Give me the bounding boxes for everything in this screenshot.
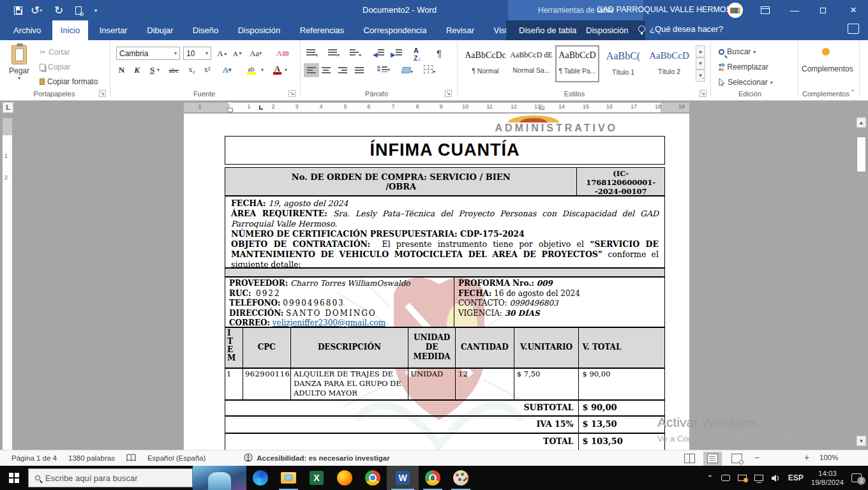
clear-formatting-button[interactable]: A	[276, 47, 289, 60]
start-button[interactable]	[0, 466, 28, 490]
change-case-button[interactable]: Aa▾	[249, 47, 262, 60]
styles-gallery-down-icon[interactable]: ▼	[696, 57, 705, 70]
styles-gallery-up-icon[interactable]: ▲	[696, 45, 705, 57]
redo-icon[interactable]: ↻	[54, 3, 63, 18]
line-spacing-button[interactable]: ⇕▾	[375, 64, 390, 74]
tell-me-box[interactable]: ¿Qué desea hacer?	[638, 24, 723, 34]
bullets-button[interactable]: ▾	[306, 48, 318, 59]
minimize-button[interactable]: —	[784, 0, 805, 20]
increase-indent-button[interactable]: ▶	[391, 48, 402, 59]
style-normal-sa[interactable]: AaBbCcD dENormal Sa...	[509, 45, 553, 82]
style-titulo-2[interactable]: AaBbCcDTítulo 2	[647, 45, 691, 82]
word-count[interactable]: 1380 palabras	[68, 454, 115, 462]
left-indent-marker[interactable]	[227, 108, 233, 112]
web-layout-icon[interactable]	[731, 454, 742, 464]
print-preview-icon[interactable]	[75, 3, 82, 18]
tab-diseno-de-tabla[interactable]: Diseño de tabla	[511, 20, 585, 40]
tab-diseno[interactable]: Diseño	[184, 20, 227, 40]
scrollbar-thumb[interactable]	[857, 137, 866, 172]
close-button[interactable]: ×	[842, 0, 864, 20]
styles-dialog-launcher-icon[interactable]: ↘	[700, 90, 707, 97]
justify-button[interactable]	[355, 66, 364, 77]
accessibility-status[interactable]: Accesibilidad: es necesario investigar	[257, 454, 389, 462]
zoom-out-icon[interactable]: −	[754, 452, 760, 463]
font-color-button[interactable]: A	[271, 63, 284, 77]
taskbar-edge-icon[interactable]	[246, 466, 274, 490]
taskbar-word-icon[interactable]: W	[387, 466, 419, 490]
shrink-font-button[interactable]: A▼	[231, 47, 244, 60]
taskbar-firefox-icon[interactable]	[331, 466, 359, 490]
shading-button[interactable]: ▾	[402, 64, 413, 76]
align-left-button[interactable]	[304, 63, 319, 77]
tray-clock-app-icon[interactable]	[721, 475, 730, 481]
tray-clock[interactable]: 14:03 19/8/2024	[811, 469, 844, 487]
strikethrough-button[interactable]: abc	[167, 63, 181, 77]
tab-disposicion-tabla[interactable]: Disposición	[578, 20, 636, 40]
feedback-comment-icon[interactable]	[848, 24, 859, 34]
multilevel-list-button[interactable]: ▾	[350, 48, 361, 59]
grow-font-button[interactable]: A▲	[216, 47, 229, 60]
taskbar-paint-icon[interactable]	[447, 466, 475, 490]
language-indicator[interactable]: Español (España)	[147, 454, 206, 462]
tray-chevron-icon[interactable]: ⌃	[707, 473, 714, 483]
paste-button[interactable]: Pegar ▾	[6, 45, 32, 81]
search-highlight-image[interactable]	[193, 466, 246, 490]
read-mode-icon[interactable]	[684, 454, 695, 464]
notification-center-icon[interactable]: 2	[851, 473, 862, 482]
tray-volume-icon[interactable]	[771, 474, 781, 482]
restore-button[interactable]	[812, 0, 834, 20]
subscript-button[interactable]: x₂	[185, 63, 198, 77]
font-size-combo[interactable]: 10▾	[183, 47, 211, 60]
tab-insertar[interactable]: Insertar	[91, 20, 136, 40]
tray-network-icon[interactable]	[754, 475, 763, 481]
scrollbar-up-icon[interactable]: ▲	[857, 117, 866, 128]
style-table-paragraph[interactable]: AaBbCcD¶ Table Pa...	[555, 45, 599, 82]
account-avatar[interactable]	[728, 3, 743, 18]
font-color-caret-icon[interactable]: ▾	[285, 67, 287, 73]
tab-disposicion[interactable]: Disposición	[230, 20, 288, 40]
page-indicator[interactable]: Página 1 de 4	[11, 454, 57, 462]
style-normal[interactable]: AaBbCcDc¶ Normal	[463, 45, 507, 82]
account-name[interactable]: GAD PARROQUIAL VALLE HERMOSO	[597, 5, 738, 14]
copy-button[interactable]: Copiar	[40, 63, 70, 71]
taskbar-excel-icon[interactable]: X	[303, 466, 331, 490]
underline-caret-icon[interactable]: ▾	[157, 67, 160, 73]
text-effects-button[interactable]: A▾	[220, 63, 234, 77]
tab-revisar[interactable]: Revisar	[438, 20, 483, 40]
replace-button[interactable]: abacReemplazar	[719, 63, 768, 71]
print-layout-icon[interactable]	[703, 452, 722, 466]
taskbar-chrome-icon[interactable]	[359, 466, 387, 490]
font-dialog-launcher-icon[interactable]: ↘	[288, 90, 296, 97]
numbering-button[interactable]: ▾	[328, 48, 340, 59]
cut-button[interactable]: ✂Cortar	[40, 48, 70, 57]
proofing-icon[interactable]	[126, 454, 136, 463]
style-titulo-1[interactable]: AaBbC(Título 1	[601, 45, 645, 82]
styles-gallery-more-icon[interactable]: ▼̲	[696, 70, 705, 82]
paragraph-dialog-launcher-icon[interactable]: ↘	[445, 90, 452, 97]
accessibility-icon[interactable]	[244, 453, 253, 463]
save-icon[interactable]	[14, 3, 22, 18]
tab-selector-box[interactable]: L	[3, 102, 13, 113]
taskbar-file-explorer-icon[interactable]	[274, 466, 303, 490]
borders-button[interactable]: ▾	[424, 64, 435, 76]
tab-stop-marker[interactable]	[259, 105, 263, 110]
document-page[interactable]: ADMINISTRATIVO ÍNFIMA CUANTÍA No. DE ORD…	[184, 114, 689, 450]
superscript-button[interactable]: x²	[200, 63, 214, 77]
zoom-in-icon[interactable]: +	[804, 452, 809, 463]
tab-archivo[interactable]: Archivo	[5, 20, 49, 40]
highlight-caret-icon[interactable]: ▾	[261, 67, 264, 73]
format-painter-button[interactable]: Copiar formato	[40, 77, 98, 86]
horizontal-ruler[interactable]: 112345678910111213141516171819	[184, 103, 689, 112]
tab-inicio[interactable]: Inicio	[52, 20, 88, 40]
bold-button[interactable]: N	[115, 63, 128, 77]
taskbar-search-input[interactable]: Escribe aquí para buscar	[28, 468, 193, 487]
ribbon-display-options-icon[interactable]	[754, 0, 776, 20]
pilcrow-button[interactable]: ¶	[437, 48, 442, 59]
italic-button[interactable]: K	[130, 63, 144, 77]
tab-dibujar[interactable]: Dibujar	[138, 20, 181, 40]
vertical-ruler[interactable]: 12	[3, 118, 12, 450]
align-center-button[interactable]	[322, 66, 331, 77]
decrease-indent-button[interactable]: ◀	[373, 48, 384, 59]
undo-icon[interactable]: ↺▾	[31, 3, 42, 18]
collapse-ribbon-icon[interactable]: ⌃	[850, 89, 855, 96]
